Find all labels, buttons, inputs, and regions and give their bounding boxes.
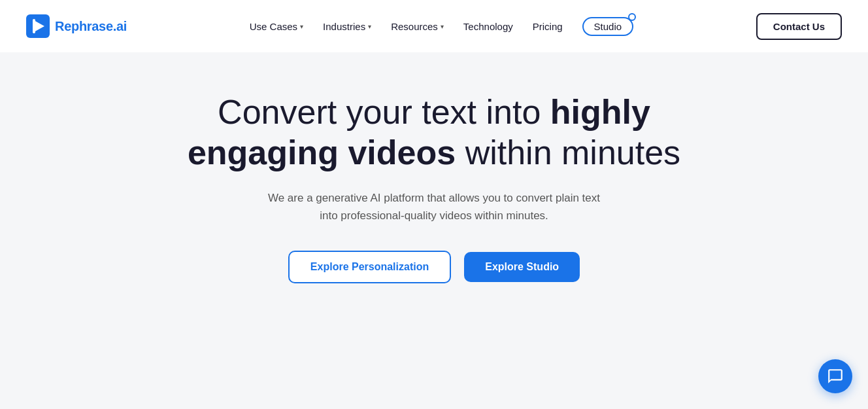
- logo-icon: [26, 14, 50, 38]
- studio-label: Studio: [582, 17, 634, 36]
- navbar: Rephrase.ai Use Cases ▾ Industries ▾ Res…: [0, 0, 868, 52]
- hero-section: Convert your text into highly engaging v…: [0, 52, 868, 310]
- explore-personalization-button[interactable]: Explore Personalization: [288, 251, 451, 283]
- contact-us-button[interactable]: Contact Us: [756, 13, 842, 40]
- nav-item-use-cases[interactable]: Use Cases ▾: [242, 16, 311, 37]
- chevron-icon: ▾: [441, 23, 444, 30]
- nav-links: Use Cases ▾ Industries ▾ Resources ▾ Tec…: [242, 12, 641, 41]
- nav-item-studio[interactable]: Studio: [575, 12, 642, 41]
- chat-icon: [827, 368, 844, 385]
- chevron-icon: ▾: [368, 23, 371, 30]
- hero-title: Convert your text into highly engaging v…: [173, 92, 695, 173]
- nav-item-industries[interactable]: Industries ▾: [315, 16, 379, 37]
- logo-text: Rephrase.ai: [55, 19, 127, 34]
- hero-buttons: Explore Personalization Explore Studio: [288, 251, 580, 283]
- explore-studio-button[interactable]: Explore Studio: [464, 252, 580, 282]
- nav-item-pricing[interactable]: Pricing: [525, 16, 571, 37]
- nav-item-resources[interactable]: Resources ▾: [383, 16, 452, 37]
- logo-link[interactable]: Rephrase.ai: [26, 14, 127, 38]
- chevron-icon: ▾: [300, 23, 303, 30]
- chat-bubble-button[interactable]: [818, 359, 852, 393]
- hero-subtitle: We are a generative AI platform that all…: [264, 189, 604, 224]
- svg-rect-2: [33, 19, 35, 33]
- nav-item-technology[interactable]: Technology: [456, 16, 521, 37]
